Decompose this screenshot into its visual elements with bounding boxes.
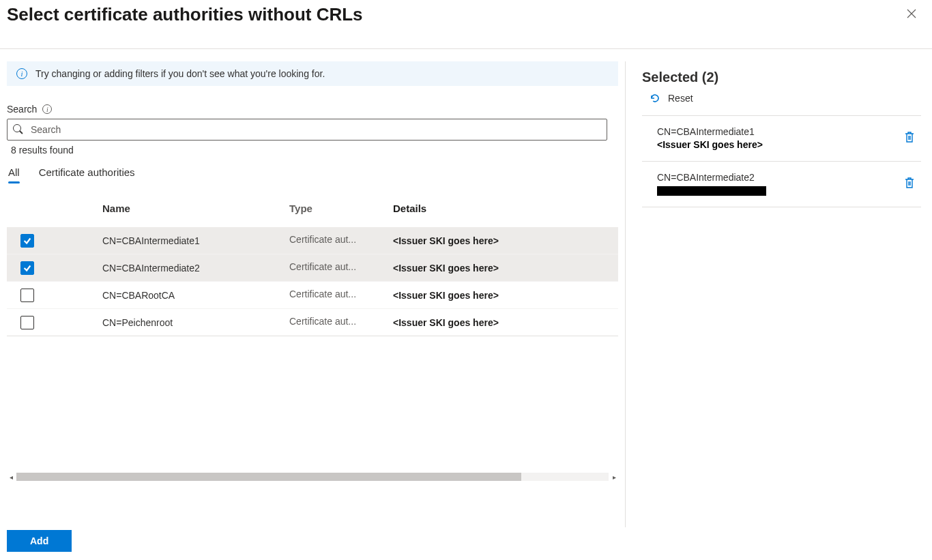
selected-item-name: CN=CBAIntermediate1 [657, 126, 763, 138]
reset-label: Reset [668, 93, 693, 104]
col-header-name[interactable]: Name [102, 203, 130, 214]
redacted-text [657, 186, 766, 196]
row-checkbox[interactable] [20, 316, 34, 329]
cell-name: CN=Peichenroot [102, 317, 173, 328]
table-row[interactable]: CN=Peichenroot Certificate aut... <Issue… [7, 309, 618, 336]
search-box[interactable] [7, 119, 607, 141]
cell-details: <Issuer SKI goes here> [393, 290, 499, 301]
table-row[interactable]: CN=CBARootCA Certificate aut... <Issuer … [7, 282, 618, 309]
table-header: Name Type Details [7, 203, 618, 215]
scroll-thumb[interactable] [16, 473, 521, 481]
reset-button[interactable]: Reset [649, 92, 921, 104]
cell-details: <Issuer SKI goes here> [393, 235, 499, 246]
selected-title: Selected (2) [642, 70, 921, 85]
search-input[interactable] [29, 123, 601, 136]
table-row[interactable]: CN=CBAIntermediate2 Certificate aut... <… [7, 254, 618, 282]
cell-details: <Issuer SKI goes here> [393, 263, 499, 274]
cell-type: Certificate aut... [289, 289, 356, 299]
horizontal-scrollbar[interactable]: ◂ ▸ [7, 471, 618, 482]
scroll-right-icon[interactable]: ▸ [610, 471, 618, 482]
add-button[interactable]: Add [7, 530, 72, 552]
delete-icon[interactable] [903, 176, 916, 192]
results-table: Name Type Details CN=CBAIntermediate1 Ce… [7, 203, 618, 336]
col-header-type[interactable]: Type [289, 203, 312, 214]
cell-details: <Issuer SKI goes here> [393, 317, 499, 328]
cell-type: Certificate aut... [289, 234, 356, 245]
search-label: Search [7, 104, 37, 115]
row-checkbox[interactable] [20, 234, 34, 248]
info-icon[interactable]: i [42, 104, 52, 114]
panel-title: Select certificate authorities without C… [7, 4, 363, 25]
cell-name: CN=CBARootCA [102, 290, 175, 301]
close-icon[interactable] [902, 4, 921, 27]
undo-icon [649, 92, 661, 104]
cell-type: Certificate aut... [289, 261, 356, 272]
row-checkbox[interactable] [20, 261, 34, 275]
table-row[interactable]: CN=CBAIntermediate1 Certificate aut... <… [7, 227, 618, 254]
results-found: 8 results found [11, 145, 618, 156]
selected-item-name: CN=CBAIntermediate2 [657, 171, 766, 184]
tab-all[interactable]: All [8, 166, 20, 183]
selected-item: CN=CBAIntermediate1 <Issuer SKI goes her… [642, 116, 921, 162]
scroll-left-icon[interactable]: ◂ [7, 471, 15, 482]
info-banner-text: Try changing or adding filters if you do… [35, 68, 325, 79]
info-banner: i Try changing or adding filters if you … [7, 61, 618, 86]
info-icon: i [16, 68, 27, 79]
tabs: All Certificate authorities [7, 166, 618, 183]
cell-type: Certificate aut... [289, 316, 356, 327]
tab-certificate-authorities[interactable]: Certificate authorities [39, 166, 135, 183]
selected-item-details: <Issuer SKI goes here> [657, 138, 763, 151]
cell-name: CN=CBAIntermediate1 [102, 235, 200, 246]
search-icon [13, 124, 24, 135]
delete-icon[interactable] [903, 130, 916, 147]
cell-name: CN=CBAIntermediate2 [102, 263, 200, 274]
row-checkbox[interactable] [20, 289, 34, 302]
col-header-details[interactable]: Details [393, 203, 426, 214]
selected-item: CN=CBAIntermediate2 [642, 162, 921, 207]
